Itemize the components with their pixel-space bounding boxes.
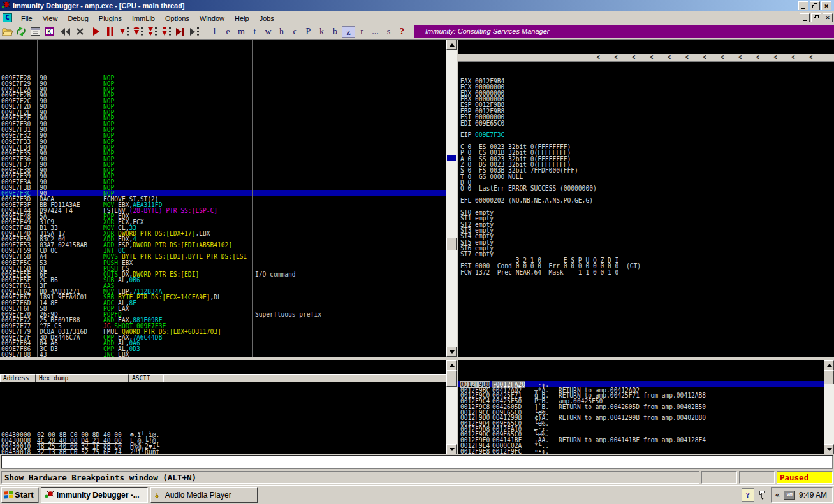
- scroll-up-button[interactable]: [446, 40, 457, 50]
- command-input[interactable]: [1, 455, 833, 469]
- stack-row[interactable]: 0012F9E0004141BF┐AA.RETURN to amp.004141…: [458, 436, 824, 442]
- disasm-row[interactable]: 009E7F3990NOP: [0, 173, 446, 178]
- animate-into-icon[interactable]: [146, 25, 159, 38]
- register-line[interactable]: EBX 00000000: [460, 96, 834, 101]
- register-line[interactable]: ST7 empty: [460, 250, 834, 256]
- close-x-icon[interactable]: [73, 25, 86, 38]
- disasm-row[interactable]: 009E7F4D315A 17XOR DWORD PTR DS:[EDX+17]…: [0, 230, 446, 236]
- letter-button-r[interactable]: r: [355, 26, 369, 38]
- disasm-row[interactable]: 009E7F2E90NOP: [0, 109, 446, 115]
- hexdump-col-hex[interactable]: Hex dump: [36, 374, 129, 382]
- scroll-thumb[interactable]: [446, 370, 457, 387]
- register-line[interactable]: ESI 00000000: [460, 113, 834, 119]
- disasm-row[interactable]: 009E7F2C90NOP: [0, 97, 446, 103]
- menu-item-immlib[interactable]: ImmLib: [127, 13, 160, 24]
- letter-button-z[interactable]: z: [342, 26, 355, 38]
- stack-row[interactable]: 0012F9D00041299B¢)A.RETURN to amp.004129…: [458, 414, 824, 420]
- disasm-row[interactable]: 009E7F79DC8A 0317316DFMUL QWORD PTR DS:[…: [0, 328, 446, 334]
- disasm-row[interactable]: 009E7F3190NOP: [0, 126, 446, 132]
- disasm-row[interactable]: 009E7F6F58POP EAX: [0, 305, 446, 311]
- open-file-icon[interactable]: [1, 25, 13, 38]
- letter-button-more[interactable]: ...: [369, 26, 382, 38]
- letter-button-k[interactable]: k: [315, 26, 328, 38]
- menu-item-window[interactable]: Window: [194, 13, 230, 24]
- run-icon[interactable]: [90, 25, 103, 38]
- step-back-icon[interactable]: [59, 25, 72, 38]
- scroll-down-button[interactable]: [446, 347, 457, 357]
- letter-button-s[interactable]: s: [382, 26, 395, 38]
- letter-button-c[interactable]: c: [288, 26, 302, 38]
- disasm-row[interactable]: 009E7F5F2C B6SUB AL,0B6: [0, 277, 446, 282]
- register-line[interactable]: [460, 126, 834, 131]
- register-line[interactable]: [460, 138, 834, 143]
- disasm-row[interactable]: 009E7F6D14 8EADC AL,8E: [0, 299, 446, 305]
- register-line[interactable]: FCW 1372 Prec NEAR,64 Mask 1 1 0 0 1 0: [460, 269, 834, 275]
- letter-button-m[interactable]: m: [235, 26, 248, 38]
- menu-item-plugins[interactable]: Plugins: [94, 13, 127, 24]
- stack-pane[interactable]: 0012F9B8┌0012FA20 ·↕.0012F9BC00412AD2╥*A…: [458, 360, 824, 454]
- disasm-row[interactable]: 009E7F7F3D D8446C7ACMP EAX,7A6C44D8: [0, 334, 446, 340]
- stack-row[interactable]: 0012F9C000425F71q_B.RETURN to amp.00425F…: [458, 392, 824, 398]
- letter-button-e[interactable]: e: [221, 26, 235, 38]
- disasm-row[interactable]: 009E7F59CD 0CINT 0C: [0, 247, 446, 253]
- menu-item-view[interactable]: View: [38, 13, 63, 24]
- vmware-tray-icon[interactable]: vm: [784, 491, 795, 500]
- disasm-row[interactable]: 009E7F3490NOP: [0, 144, 446, 150]
- task-button-immunity-debugger[interactable]: Immunity Debugger -...: [41, 487, 148, 503]
- hexdump-col-ascii[interactable]: ASCII: [129, 374, 163, 382]
- scroll-down-button[interactable]: [824, 444, 834, 454]
- animate-over-icon[interactable]: [160, 25, 173, 38]
- stack-row[interactable]: 0012F9C80042605D]`B.RETURN to amp.004260…: [458, 403, 824, 409]
- disasm-row[interactable]: 009E7F3DDACAFCMOVE ST,ST(2): [0, 196, 446, 201]
- stack-row[interactable]: 0012F9DC009E65C0└e₧.: [458, 431, 824, 436]
- letter-button-w[interactable]: w: [261, 26, 275, 38]
- disasm-row[interactable]: 009E7F3090NOP: [0, 120, 446, 126]
- letter-button-l[interactable]: l: [208, 26, 221, 38]
- scroll-thumb[interactable]: [824, 370, 834, 384]
- register-line[interactable]: EIP 009E7F3C: [460, 131, 834, 137]
- menu-item-jobs[interactable]: Jobs: [254, 13, 279, 24]
- register-line[interactable]: C 0 ES 0023 32bit 0(FFFFFFFF): [460, 143, 834, 149]
- letter-button-P[interactable]: P: [302, 26, 315, 38]
- disasm-row[interactable]: 009E7F5083C2 04ADD EDX,4: [0, 236, 446, 241]
- disasm-row[interactable]: 009E7F863C D3CMP AL,0D3: [0, 345, 446, 351]
- disasm-row[interactable]: 009E7F5C53PUSH EBX: [0, 259, 446, 265]
- disasm-row[interactable]: 009E7F3FBB FD11A3AEMOV EBX,AEA311FD: [0, 201, 446, 207]
- disasm-row[interactable]: 009E7F4BB1 33MOV CL,33: [0, 224, 446, 230]
- register-line[interactable]: T 0 GS 0000 NULL: [460, 173, 834, 179]
- register-line[interactable]: ST2 empty: [460, 221, 834, 227]
- close-button[interactable]: ×: [821, 1, 831, 10]
- stack-row[interactable]: 0012F9E80012F9FCⁿ∙↕.: [458, 448, 824, 454]
- disasm-row[interactable]: 009E7F3390NOP: [0, 138, 446, 144]
- disasm-row[interactable]: 009E7F77^7F C5JG SHORT 009E7F3E: [0, 322, 446, 328]
- disasm-row[interactable]: 009E7F8404 A6ADD AL,0A6: [0, 340, 446, 345]
- register-line[interactable]: ST6 empty: [460, 245, 834, 250]
- menu-item-file[interactable]: File: [16, 13, 38, 24]
- stack-row[interactable]: 0012F9D4009E65C0└e₧.: [458, 420, 824, 426]
- disasm-row[interactable]: 009E7F2A90NOP: [0, 86, 446, 92]
- minimize-button[interactable]: [798, 1, 808, 10]
- restore-button[interactable]: [810, 1, 820, 10]
- disasm-row[interactable]: 009E7F3A90NOP: [0, 178, 446, 184]
- letter-button-help[interactable]: ?: [395, 26, 409, 38]
- stack-row[interactable]: 0012F9C400425F50P_B.amp.00425F50: [458, 398, 824, 403]
- disasm-row[interactable]: 009E7F7026:9DPOPFDSuperfluous prefix: [0, 311, 446, 317]
- stack-row[interactable]: 0012F9BC00412AD2╥*A.RETURN to amp.00412A…: [458, 387, 824, 392]
- disasm-row[interactable]: 009E7F7225 BF091E88AND EAX,881E09BF: [0, 317, 446, 322]
- register-line[interactable]: 3 2 1 0 E S P U O Z D I: [460, 257, 834, 263]
- windows-list-icon[interactable]: [29, 25, 41, 38]
- letter-button-h[interactable]: h: [275, 26, 288, 38]
- disasm-row[interactable]: 009E7F2990NOP: [0, 80, 446, 86]
- hexdump-col-address[interactable]: Address: [0, 374, 36, 382]
- register-line[interactable]: Z 0 DS 0023 32bit 0(FFFFFFFF): [460, 161, 834, 167]
- disasm-row[interactable]: 009E7F5303A7 02415BABADD ESP,DWORD PTR D…: [0, 241, 446, 247]
- register-line[interactable]: ST1 empty: [460, 215, 834, 220]
- run-to-user-icon[interactable]: [188, 25, 201, 38]
- tray-collapse-button[interactable]: «: [775, 491, 780, 500]
- scroll-thumb[interactable]: [446, 238, 457, 250]
- step-over-icon[interactable]: [132, 25, 145, 38]
- disasm-row[interactable]: 009E7F5E6FOUTS DX,DWORD PTR ES:[EDI]I/O …: [0, 271, 446, 277]
- disasm-row[interactable]: 009E7F671891 9EFA4C01SBB BYTE PTR DS:[EC…: [0, 294, 446, 299]
- disasm-row[interactable]: 009E7F4931C9XOR ECX,ECX: [0, 219, 446, 224]
- register-line[interactable]: P 0 CS 001B 32bit 0(FFFFFFFF): [460, 149, 834, 155]
